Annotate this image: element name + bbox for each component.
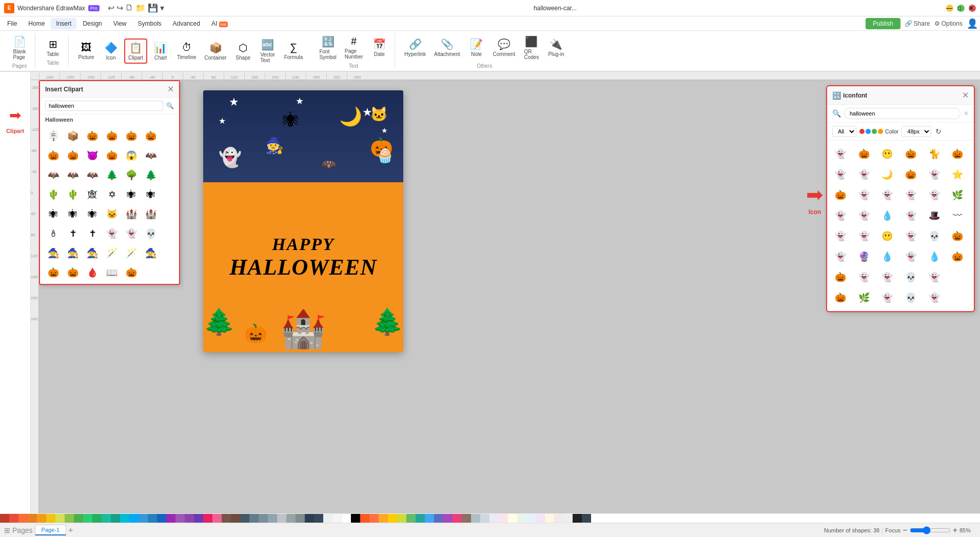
palette-color[interactable] [296, 514, 305, 523]
publish-button[interactable]: Publish [866, 18, 900, 29]
icon-item[interactable]: 💀 [925, 227, 944, 245]
palette-color[interactable] [305, 514, 314, 523]
clipart-item[interactable]: 🦇 [44, 166, 63, 184]
menu-advanced[interactable]: Advanced [168, 18, 205, 29]
palette-color[interactable] [453, 514, 462, 523]
iconfont-refresh-btn[interactable]: ↻ [935, 127, 942, 136]
palette-color[interactable] [231, 514, 240, 523]
close-btn[interactable]: ✕ [969, 5, 976, 12]
focus-label[interactable]: Focus [885, 527, 900, 533]
icon-item[interactable]: 💧 [878, 206, 896, 225]
palette-color[interactable] [83, 514, 92, 523]
chart-btn[interactable]: 📊 Chart [149, 40, 172, 63]
icon-item[interactable]: 🌿 [855, 289, 873, 307]
clipart-item[interactable] [161, 146, 179, 165]
clipart-item[interactable]: 🧙 [64, 244, 82, 262]
minimize-btn[interactable]: — [946, 5, 953, 12]
icon-item[interactable]: 👻 [878, 186, 896, 204]
palette-color[interactable] [582, 514, 591, 523]
icon-item[interactable]: 👻 [901, 206, 920, 225]
palette-color[interactable] [268, 514, 277, 523]
clipart-item[interactable]: 🪄 [122, 244, 141, 262]
icon-item[interactable]: 🎃 [831, 186, 850, 204]
palette-color[interactable] [286, 514, 296, 523]
icon-item[interactable]: 👻 [878, 289, 896, 307]
icon-item[interactable]: 🎃 [855, 145, 873, 163]
palette-color[interactable] [332, 514, 342, 523]
palette-color[interactable] [323, 514, 332, 523]
icon-item[interactable]: 👻 [901, 247, 920, 266]
clipart-item[interactable] [161, 185, 179, 204]
clipart-item[interactable] [161, 263, 179, 282]
clipart-item[interactable]: 🌳 [122, 166, 141, 184]
palette-color[interactable] [462, 514, 471, 523]
clipart-item[interactable]: 🌲 [103, 166, 121, 184]
clipart-item[interactable]: 🎃 [44, 146, 63, 165]
clipart-item[interactable]: 🐱 [103, 205, 121, 223]
add-page-btn[interactable]: + [68, 526, 73, 535]
icon-item[interactable]: 🎃 [901, 145, 920, 163]
date-btn[interactable]: 📅 Date [368, 36, 390, 59]
pages-toggle[interactable]: ⊞ Pages [4, 526, 33, 534]
icon-item[interactable]: 🐈 [925, 145, 944, 163]
menu-home[interactable]: Home [23, 18, 50, 29]
palette-color[interactable] [55, 514, 65, 523]
icon-item[interactable]: 🎃 [948, 145, 967, 163]
palette-color[interactable] [212, 514, 222, 523]
clipart-item[interactable] [161, 205, 179, 223]
icon-item[interactable]: 👻 [901, 227, 920, 245]
clipart-item[interactable]: 🏰 [142, 205, 160, 223]
plugin-btn[interactable]: 🔌 Plug-in [545, 36, 567, 59]
palette-color[interactable] [563, 514, 573, 523]
clipart-item[interactable]: ✝ [83, 224, 102, 243]
clipart-item[interactable]: 🦇 [83, 166, 102, 184]
zoom-minus[interactable]: − [903, 526, 907, 535]
palette-color[interactable] [277, 514, 286, 523]
clipart-item[interactable]: 🎃 [64, 263, 82, 282]
palette-color[interactable] [148, 514, 157, 523]
icon-item[interactable]: 🎃 [948, 227, 967, 245]
options-button[interactable]: ⚙ Options [934, 20, 963, 27]
palette-color[interactable] [74, 514, 83, 523]
palette-color[interactable] [526, 514, 536, 523]
palette-color[interactable] [175, 514, 185, 523]
palette-color[interactable] [139, 514, 148, 523]
attachment-btn[interactable]: 📎 Attachment [431, 36, 463, 59]
clipart-item[interactable]: 🌲 [142, 166, 160, 184]
clipart-item[interactable]: 👻 [122, 224, 141, 243]
icon-item[interactable]: 🎃 [831, 289, 850, 307]
open-btn[interactable]: 📁 [135, 3, 146, 13]
iconfont-all-filter[interactable]: All [832, 126, 856, 137]
palette-color[interactable] [499, 514, 508, 523]
clipart-item[interactable] [161, 166, 179, 184]
icon-item[interactable]: 👻 [855, 186, 873, 204]
clipart-item[interactable]: 📖 [103, 263, 121, 282]
icon-item[interactable]: 💧 [878, 247, 896, 266]
clipart-item[interactable]: 🕯 [44, 224, 63, 243]
palette-color[interactable] [360, 514, 369, 523]
hyperlink-btn[interactable]: 🔗 Hyperlink [401, 36, 429, 59]
maximize-btn[interactable]: □ [957, 5, 965, 12]
icon-item[interactable]: 🌙 [878, 165, 896, 184]
menu-view[interactable]: View [108, 18, 132, 29]
icon-item[interactable]: 👻 [831, 145, 850, 163]
clipart-item[interactable]: 🪧 [44, 127, 63, 145]
palette-color[interactable] [37, 514, 46, 523]
iconfont-search-clear[interactable]: ✕ [964, 110, 969, 117]
icon-item[interactable]: 👻 [878, 268, 896, 286]
palette-color[interactable] [388, 514, 397, 523]
icon-item[interactable]: 🎃 [948, 247, 967, 266]
formula-btn[interactable]: ∑ Formula [281, 40, 306, 62]
palette-color[interactable] [129, 514, 139, 523]
palette-color[interactable] [18, 514, 28, 523]
palette-color[interactable] [259, 514, 268, 523]
icon-item[interactable]: 👻 [925, 289, 944, 307]
blank-page-btn[interactable]: 📄 BlankPage [8, 33, 31, 62]
undo-btn[interactable]: ↩ [108, 3, 114, 13]
user-avatar[interactable]: 👤 [967, 18, 978, 29]
palette-color[interactable] [9, 514, 18, 523]
comment-btn[interactable]: 💬 Comment [490, 36, 518, 59]
palette-color[interactable] [194, 514, 203, 523]
palette-color[interactable] [120, 514, 129, 523]
icon-item[interactable] [948, 268, 967, 286]
